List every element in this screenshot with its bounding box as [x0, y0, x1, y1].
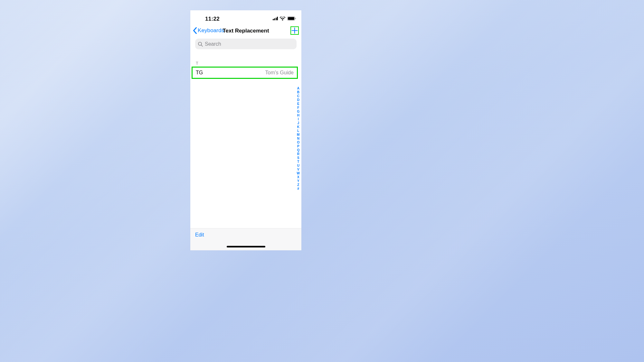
index-letter[interactable]: T	[297, 160, 299, 164]
chevron-left-icon	[193, 27, 197, 34]
status-time: 11:22	[205, 16, 220, 22]
index-letter[interactable]: J	[297, 121, 299, 125]
index-letter[interactable]: K	[297, 125, 299, 129]
battery-icon	[287, 16, 296, 21]
search-icon	[198, 42, 203, 47]
search-placeholder: Search	[205, 41, 221, 47]
index-letter[interactable]: N	[297, 137, 299, 141]
index-letter[interactable]: O	[297, 141, 299, 144]
index-letter[interactable]: R	[297, 152, 299, 156]
index-letter[interactable]: G	[297, 110, 299, 114]
row-phrase: Tom's Guide	[265, 70, 294, 76]
index-letter[interactable]: U	[297, 164, 299, 168]
index-letter[interactable]: P	[297, 144, 299, 148]
edit-button[interactable]: Edit	[195, 232, 204, 238]
index-letter[interactable]: M	[297, 133, 299, 137]
index-strip[interactable]: A B C D E F G H I J K L M N O P Q R S T …	[297, 87, 300, 191]
index-letter[interactable]: H	[297, 114, 299, 117]
bottom-toolbar: Edit	[190, 228, 301, 250]
index-letter[interactable]: Y	[297, 179, 299, 183]
index-letter[interactable]: A	[297, 87, 299, 90]
status-right	[273, 16, 296, 21]
index-letter[interactable]: L	[297, 129, 299, 133]
index-letter[interactable]: V	[297, 168, 299, 172]
status-bar: 11:22	[190, 10, 301, 25]
index-letter[interactable]: S	[297, 156, 299, 160]
index-letter[interactable]: B	[297, 90, 299, 94]
search-input[interactable]: Search	[195, 39, 297, 49]
row-shortcut: TG	[196, 70, 203, 76]
add-button[interactable]	[290, 26, 299, 35]
wifi-icon	[280, 17, 285, 21]
index-letter[interactable]: C	[297, 94, 299, 98]
back-button[interactable]: Keyboards	[193, 27, 224, 34]
replacement-row[interactable]: TG Tom's Guide	[192, 67, 298, 79]
cellular-icon	[273, 17, 278, 20]
index-letter[interactable]: E	[297, 102, 299, 106]
section-header-letter: T	[196, 61, 198, 66]
svg-line-1	[201, 45, 203, 46]
plus-icon	[291, 27, 298, 34]
index-letter[interactable]: X	[297, 175, 299, 179]
index-letter[interactable]: #	[297, 187, 299, 191]
index-letter[interactable]: D	[297, 98, 299, 102]
index-letter[interactable]: Z	[297, 183, 299, 187]
back-label: Keyboards	[198, 27, 224, 34]
index-letter[interactable]: F	[297, 106, 299, 110]
index-letter[interactable]: I	[298, 117, 299, 121]
index-letter[interactable]: W	[297, 172, 300, 175]
home-indicator[interactable]	[227, 246, 265, 247]
nav-bar: Text Replacement Keyboards	[190, 27, 301, 37]
index-letter[interactable]: Q	[297, 148, 299, 152]
phone-screen: 11:22 Text Replacement Keyboards Search …	[190, 10, 301, 250]
